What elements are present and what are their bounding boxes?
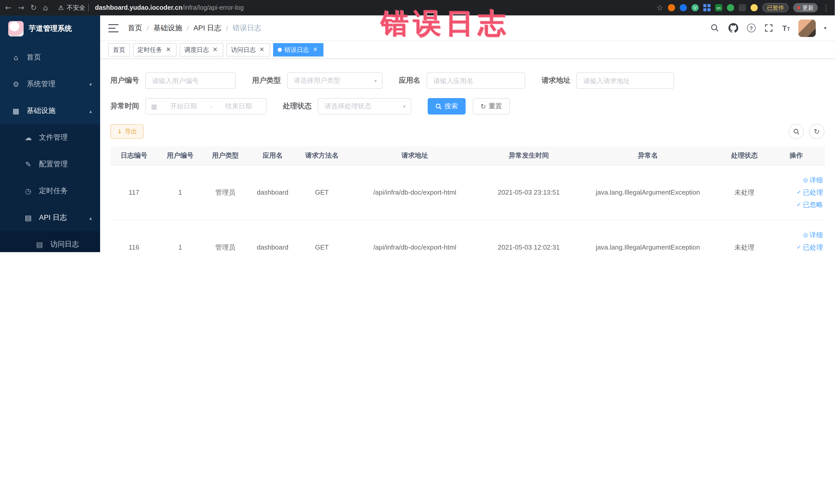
table-row: 116 1 管理员 dashboard GET /api/infra/db-do… <box>110 220 825 252</box>
refresh-icon: ↻ <box>481 102 486 110</box>
reset-button[interactable]: ↻ 重置 <box>473 98 510 115</box>
extension-icon-vue[interactable]: V <box>692 4 699 11</box>
extension-icon-on[interactable]: on <box>715 4 722 11</box>
tab-access-log[interactable]: 访问日志 × <box>226 43 270 57</box>
request-url-input[interactable] <box>576 73 674 89</box>
font-size-icon[interactable]: TT <box>782 24 790 32</box>
cell-log-id: 117 <box>110 165 158 220</box>
extension-icon-green[interactable] <box>727 4 734 11</box>
help-icon[interactable]: ? <box>747 24 755 32</box>
url-domain: dashboard.yudao.iocoder.cn <box>95 4 182 11</box>
sidebar-item-access-log[interactable]: ▤ 访问日志 <box>0 231 100 252</box>
breadcrumb-infrastructure[interactable]: 基础设施 <box>154 23 182 33</box>
extension-icon-orange[interactable] <box>668 4 675 11</box>
export-button[interactable]: ↓ 导出 <box>110 124 144 139</box>
close-icon[interactable]: × <box>312 46 319 54</box>
header-exception-time: 异常发生时间 <box>483 146 574 165</box>
user-id-input[interactable] <box>145 73 236 89</box>
tab-schedule-log[interactable]: 调度日志 × <box>180 43 223 57</box>
browser-back-icon[interactable]: ← <box>5 0 12 15</box>
security-indicator[interactable]: ⚠ 不安全 <box>58 3 89 12</box>
sidebar-item-infrastructure[interactable]: ▦ 基础设施 ▴ <box>0 98 100 124</box>
sidebar-item-scheduled-tasks[interactable]: ◷ 定时任务 <box>0 178 100 204</box>
app-name-label: 应用名 <box>399 76 421 85</box>
search-button[interactable]: 搜索 <box>428 98 466 115</box>
cell-request-url: /api/infra/db-doc/export-html <box>347 220 483 252</box>
logo-image <box>8 21 24 37</box>
eye-icon: ◎ <box>803 229 808 241</box>
tab-home[interactable]: 首页 <box>108 43 130 57</box>
infra-grid-icon: ▦ <box>11 107 21 115</box>
smiley-extension-icon[interactable] <box>751 4 758 11</box>
browser-home-icon[interactable]: ⌂ <box>43 0 48 15</box>
breadcrumb-home[interactable]: 首页 <box>128 23 142 33</box>
tab-scheduled-tasks[interactable]: 定时任务 × <box>133 43 177 57</box>
extension-icon-paw[interactable] <box>739 4 746 11</box>
sidebar-item-api-logs[interactable]: ▤ API 日志 ▴ <box>0 204 100 231</box>
sidebar-item-config-mgmt[interactable]: ✎ 配置管理 <box>0 151 100 178</box>
cell-app-name: dashboard <box>248 220 297 252</box>
tabs-bar: 首页 定时任务 × 调度日志 × 访问日志 × 错误日志 × <box>100 41 835 59</box>
request-url-label: 请求地址 <box>542 76 570 85</box>
end-date-placeholder: 结束日期 <box>217 102 261 111</box>
cell-user-type: 管理员 <box>203 165 248 220</box>
mark-processed-link[interactable]: ✓ 已处理 <box>770 186 823 199</box>
cell-exception-name: java.lang.IllegalArgumentException <box>574 220 721 252</box>
sidebar-item-system-mgmt[interactable]: ⚙ 系统管理 ▾ <box>0 71 100 98</box>
cell-status: 未处理 <box>721 165 768 220</box>
app-logo[interactable]: 芋道管理系统 <box>0 15 100 42</box>
github-icon[interactable] <box>728 23 738 33</box>
security-label: 不安全 <box>67 3 85 12</box>
toggle-search-button[interactable] <box>789 124 804 139</box>
extension-icon-blue[interactable] <box>680 4 687 11</box>
app-name-input[interactable] <box>427 73 525 89</box>
detail-link[interactable]: ◎ 详细 <box>770 229 823 241</box>
chevron-down-icon: ▾ <box>374 78 377 83</box>
tab-error-log[interactable]: 错误日志 × <box>273 43 323 57</box>
breadcrumb-current: 错误日志 <box>232 23 261 33</box>
search-icon[interactable] <box>710 23 720 33</box>
url-path: /infra/log/api-error-log <box>182 4 244 11</box>
sidebar-item-file-mgmt[interactable]: ☁ 文件管理 <box>0 124 100 151</box>
exception-time-range[interactable]: ▦ 开始日期 - 结束日期 <box>145 98 266 115</box>
home-icon: ⌂ <box>11 54 21 62</box>
sidebar-menu: ⌂ 首页 ⚙ 系统管理 ▾ ▦ 基础设施 ▴ ☁ 文件管理 <box>0 44 100 252</box>
paused-badge[interactable]: 已暂停 <box>762 3 789 12</box>
detail-link[interactable]: ◎ 详细 <box>770 174 823 186</box>
header-exception-name: 异常名 <box>574 146 721 165</box>
browser-menu-icon[interactable]: ⋮ <box>822 4 830 12</box>
browser-refresh-icon[interactable]: ↻ <box>30 0 37 15</box>
table-header-row: 日志编号 用户编号 用户类型 应用名 请求方法名 请求地址 异常发生时间 异常名… <box>110 146 825 165</box>
extension-icon-grid[interactable] <box>703 4 711 11</box>
fullscreen-icon[interactable] <box>763 23 774 33</box>
cloud-icon: ☁ <box>24 134 33 142</box>
refresh-table-button[interactable]: ↻ <box>809 124 824 139</box>
close-icon[interactable]: × <box>211 46 219 54</box>
download-icon: ↓ <box>117 128 122 135</box>
address-bar[interactable]: dashboard.yudao.iocoder.cn /infra/log/ap… <box>95 4 650 11</box>
process-status-select[interactable]: 请选择处理状态 ▾ <box>318 98 411 115</box>
navbar-actions: ? TT ▾ <box>710 19 827 37</box>
table-body: 117 1 管理员 dashboard GET /api/infra/db-do… <box>110 165 825 252</box>
header-status: 处理状态 <box>721 146 768 165</box>
process-status-label: 处理状态 <box>283 102 312 111</box>
close-icon[interactable]: × <box>165 46 172 54</box>
mark-processed-link[interactable]: ✓ 已处理 <box>770 241 823 252</box>
header-request-url: 请求地址 <box>347 146 483 165</box>
chevron-down-icon[interactable]: ▾ <box>824 25 827 31</box>
divider <box>88 4 89 11</box>
close-icon[interactable]: × <box>258 46 265 54</box>
sidebar-item-home[interactable]: ⌂ 首页 <box>0 44 100 71</box>
exception-time-label: 异常时间 <box>110 102 139 111</box>
breadcrumb-api-logs[interactable]: API 日志 <box>194 23 222 33</box>
bookmark-star-icon[interactable]: ☆ <box>656 0 663 15</box>
update-button[interactable]: 更新 <box>793 3 818 12</box>
hamburger-icon[interactable] <box>108 24 119 32</box>
mark-ignored-link[interactable]: ✓ 已忽略 <box>770 199 823 211</box>
cell-user-id: 1 <box>158 220 203 252</box>
browser-forward-icon[interactable]: → <box>18 0 24 15</box>
user-type-select[interactable]: 请选择用户类型 ▾ <box>287 73 383 89</box>
notification-dot <box>797 6 800 9</box>
clock-icon: ◷ <box>24 187 33 195</box>
avatar[interactable] <box>798 19 816 37</box>
